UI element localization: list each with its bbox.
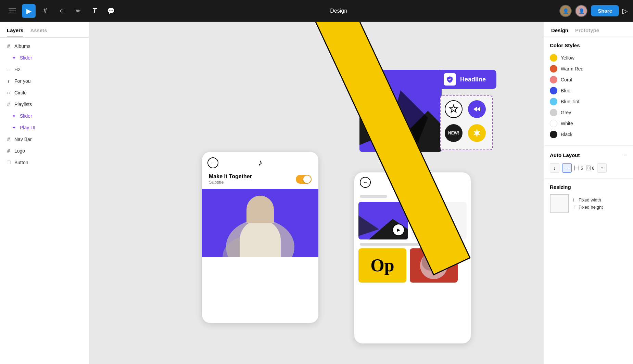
color-dot-warmred <box>550 65 557 73</box>
toggle-knob <box>303 176 311 183</box>
layer-label: Button <box>14 160 28 165</box>
frame-header-left: ← ♪ <box>202 152 318 173</box>
tab-design[interactable]: Design <box>551 27 568 37</box>
new-badge-icon: NEW! <box>445 124 463 142</box>
layer-label: Play UI <box>20 125 35 130</box>
share-button[interactable]: Share <box>591 5 619 16</box>
color-dot-grey <box>550 109 557 116</box>
layer-item-button[interactable]: Button <box>0 157 89 168</box>
menu-button[interactable] <box>5 4 19 18</box>
layer-item-playui[interactable]: ✦ Play UI <box>0 122 89 133</box>
layer-item-logo[interactable]: Logo <box>0 145 89 157</box>
song-title: Make It Together <box>209 173 252 180</box>
color-name-blue: Blue <box>561 88 570 93</box>
color-item-yellow[interactable]: Yellow <box>550 52 628 63</box>
text-tool[interactable]: T <box>88 4 101 18</box>
color-item-warmred[interactable]: Warm Red <box>550 63 628 74</box>
color-styles-section: Color Styles Yellow Warm Red Coral <box>544 37 633 146</box>
color-dot-yellow <box>550 54 557 62</box>
resize-fixed-height[interactable]: ⊤ Fixed height <box>573 205 603 210</box>
page-title: Design <box>330 8 347 14</box>
layout-spacing: 5 <box>574 166 583 171</box>
svg-rect-14 <box>587 167 589 169</box>
grey-bar-1 <box>360 195 387 198</box>
layout-direction-down[interactable]: ↓ <box>550 163 559 173</box>
layer-item-navbar[interactable]: Nav Bar <box>0 133 89 145</box>
color-dot-coral <box>550 76 557 83</box>
color-name-white: White <box>561 121 573 126</box>
tab-assets[interactable]: Assets <box>30 27 47 37</box>
back-button-left[interactable]: ← <box>207 157 218 168</box>
layer-item-playlists[interactable]: Playlists <box>0 99 89 110</box>
play-button[interactable]: ▶ <box>392 224 405 236</box>
toggle-switch[interactable] <box>296 175 312 184</box>
resizing-controls: ⊢ Fixed width ⊤ Fixed height <box>550 194 628 213</box>
text-icon <box>5 78 12 84</box>
song-info: Make It Together Subtitle <box>209 173 252 185</box>
hash-icon <box>5 101 12 107</box>
select-tool[interactable]: ▶ <box>22 4 36 18</box>
resize-fixed-width[interactable]: ⊢ Fixed width <box>573 197 603 203</box>
color-item-blue[interactable]: Blue <box>550 85 628 96</box>
star-outline-icon <box>445 100 463 118</box>
left-panel: Layers Assets Albums ✦ Slider - - H2 For <box>0 22 89 364</box>
layer-label: Nav Bar <box>14 136 32 142</box>
layer-label: Logo <box>14 148 25 154</box>
person-head <box>246 196 274 223</box>
color-item-white[interactable]: White <box>550 118 628 129</box>
color-list: Yellow Warm Red Coral Blue <box>550 52 628 140</box>
shape-tool[interactable]: ○ <box>55 4 68 18</box>
rect-icon <box>5 159 12 166</box>
auto-layout-minus-button[interactable]: − <box>623 151 628 159</box>
music-logo-left: ♪ <box>258 157 263 168</box>
color-dot-bluetint <box>550 98 557 105</box>
svg-rect-10 <box>574 166 575 170</box>
layout-align-button[interactable]: ≡ <box>597 163 607 173</box>
fixed-width-icon: ⊢ <box>573 198 577 203</box>
layer-label: Slider <box>20 55 32 61</box>
headline-icon <box>444 73 456 86</box>
frame-left[interactable]: ← ♪ Make It Together Subtitle <box>202 152 318 323</box>
layer-label: For you <box>14 78 30 84</box>
auto-layout-title: Auto Layout <box>550 152 580 158</box>
back-button-right[interactable]: ← <box>360 177 371 188</box>
album-image-right: ▶ <box>358 202 408 239</box>
canvas[interactable]: Headline NEW! ← ♪ <box>89 22 544 364</box>
svg-rect-13 <box>586 166 590 170</box>
resize-options: ⊢ Fixed width ⊤ Fixed height <box>573 197 603 210</box>
sparkle-icon <box>468 124 486 142</box>
color-item-coral[interactable]: Coral <box>550 74 628 85</box>
pen-tool[interactable]: ✏ <box>71 4 85 18</box>
layer-item-slider2[interactable]: ✦ Slider <box>0 110 89 122</box>
tab-prototype[interactable]: Prototype <box>575 27 599 37</box>
layer-item-h2[interactable]: - - H2 <box>0 64 89 75</box>
headline-card: Headline <box>438 70 496 89</box>
tab-layers[interactable]: Layers <box>7 27 23 37</box>
color-item-grey[interactable]: Grey <box>550 107 628 118</box>
fixed-height-icon: ⊤ <box>573 205 577 210</box>
layer-label: H2 <box>14 67 21 72</box>
main-area: Layers Assets Albums ✦ Slider - - H2 For <box>0 22 633 364</box>
frame-tool[interactable]: # <box>38 4 52 18</box>
toolbar-center: Design <box>121 8 557 14</box>
present-button[interactable]: ▷ <box>622 7 628 15</box>
avatar-1[interactable]: 👤 <box>559 5 572 17</box>
layout-direction-right[interactable]: → <box>562 163 572 173</box>
panel-tabs: Layers Assets <box>0 22 89 38</box>
layer-item-foryou[interactable]: For you <box>0 75 89 87</box>
layer-item-slider1[interactable]: ✦ Slider <box>0 52 89 64</box>
layers-list: Albums ✦ Slider - - H2 For you Circle <box>0 38 89 364</box>
color-item-black[interactable]: Black <box>550 129 628 140</box>
layer-label: Circle <box>14 90 27 95</box>
layer-item-circle[interactable]: Circle <box>0 87 89 99</box>
layer-item-albums[interactable]: Albums <box>0 40 89 52</box>
avatar-2[interactable]: 👤 <box>575 5 587 17</box>
right-panel-tabs: Design Prototype <box>544 22 633 37</box>
rewind-icon <box>468 100 486 118</box>
toolbar-right: 👤 👤 Share ▷ <box>559 5 628 17</box>
yellow-tile: Op <box>358 248 406 283</box>
color-name-grey: Grey <box>561 110 571 115</box>
comment-tool[interactable]: 💬 <box>104 4 118 18</box>
resize-box[interactable] <box>550 194 569 213</box>
color-item-bluetint[interactable]: Blue Tint <box>550 96 628 107</box>
